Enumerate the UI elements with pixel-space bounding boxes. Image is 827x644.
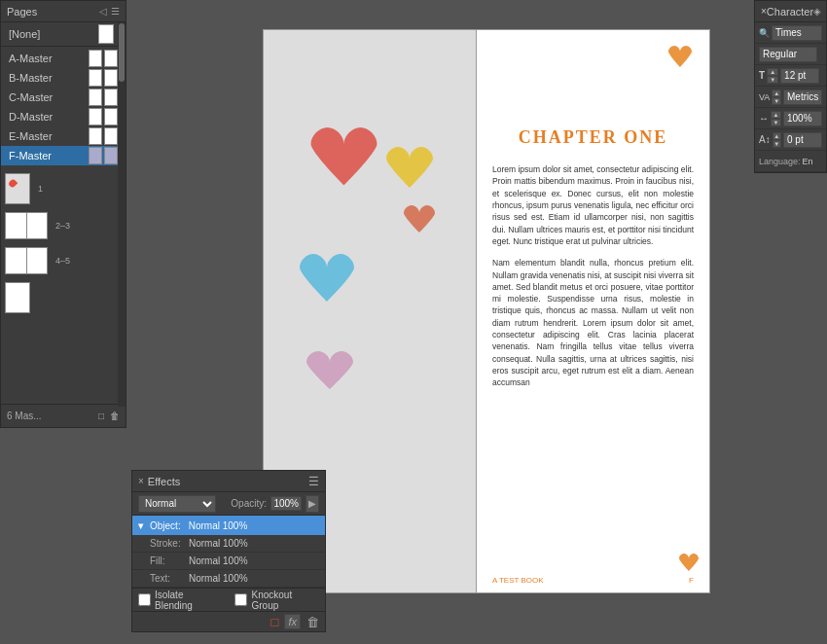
char-font-search[interactable] xyxy=(772,25,822,41)
char-kerning-row: VA ▲ ▼ xyxy=(755,87,826,108)
isolate-blending-label: Isolate Blending xyxy=(155,590,221,611)
thumb-spread-2-3[interactable] xyxy=(5,212,48,239)
pages-panel-header: Pages ◁ ☰ xyxy=(1,1,126,22)
page-thumbnails: 1 2–3 4–5 xyxy=(1,167,126,319)
effects-opacity-input[interactable] xyxy=(270,496,302,511)
char-scale-up[interactable]: ▲ xyxy=(771,111,781,119)
effects-text-row: Text: Normal 100% xyxy=(132,570,325,588)
thumb-page-1[interactable] xyxy=(5,173,30,204)
thumb-row-2-3: 2–3 xyxy=(5,212,122,239)
pages-panel-title: Pages xyxy=(7,6,37,18)
pages-delete-icon[interactable]: 🗑 xyxy=(110,411,120,421)
pages-panel-menu-icon[interactable]: ☰ xyxy=(111,6,120,17)
char-size-spinner[interactable]: ▲ ▼ xyxy=(767,68,778,84)
pages-new-page-icon[interactable]: □ xyxy=(98,411,104,421)
char-style-row xyxy=(755,44,826,65)
page-footer: A TEST BOOK F xyxy=(492,576,694,585)
pages-scrollbar[interactable] xyxy=(118,22,126,407)
character-panel: × Character ◈ 🔍 T ▲ ▼ VA ▲ ▼ ↔ ▲ ▼ xyxy=(754,0,827,173)
pages-panel-icons: ◁ ☰ xyxy=(99,6,120,17)
page-right: CHAPTER ONE Lorem ipsum dolor sit amet, … xyxy=(477,29,710,593)
char-scale-icon: ↔ xyxy=(759,113,769,124)
isolate-blending-checkbox[interactable] xyxy=(138,593,151,606)
pages-separator xyxy=(1,46,126,47)
char-baseline-spinner[interactable]: ▲ ▼ xyxy=(773,132,781,148)
char-language-row: Language: En xyxy=(755,151,826,172)
thumb-label-4-5: 4–5 xyxy=(55,256,70,266)
thumb-page-6[interactable] xyxy=(5,282,30,313)
body-text-2: Nam elementum blandit nulla, rhoncus pre… xyxy=(492,257,694,388)
effects-close-icon[interactable]: × xyxy=(138,476,144,486)
page-item-b-master[interactable]: B-Master xyxy=(1,68,126,88)
char-search-icon: 🔍 xyxy=(759,28,770,38)
char-font-style[interactable] xyxy=(759,47,817,62)
char-scale-down[interactable]: ▼ xyxy=(771,119,781,126)
char-size-row: T ▲ ▼ xyxy=(755,65,826,87)
effects-trash-icon[interactable]: 🗑 xyxy=(306,615,319,629)
pages-scroll-thumb[interactable] xyxy=(119,23,125,82)
char-baseline-row: A↕ ▲ ▼ xyxy=(755,129,826,151)
page-item-c-master[interactable]: C-Master xyxy=(1,88,126,107)
effects-fx-icon[interactable]: fx xyxy=(284,614,301,629)
page-item-a-master[interactable]: A-Master xyxy=(1,49,126,68)
page-spread: CHAPTER ONE Lorem ipsum dolor sit amet, … xyxy=(263,29,710,603)
char-baseline-icon: A↕ xyxy=(759,134,771,145)
char-baseline-down[interactable]: ▼ xyxy=(773,140,781,148)
effects-text-label: Text: xyxy=(150,573,185,584)
effects-object-expand-icon: ▾ xyxy=(138,520,146,531)
deco-heart xyxy=(666,46,694,71)
char-panel-title: Character xyxy=(767,6,813,18)
effects-title: × Effects xyxy=(138,476,180,487)
effects-menu-icon[interactable]: ☰ xyxy=(308,475,319,488)
effects-blend-select[interactable]: Normal xyxy=(138,495,216,513)
effects-opacity-expand[interactable]: ▶ xyxy=(306,495,319,513)
char-kerning-down[interactable]: ▼ xyxy=(772,97,781,105)
hearts-illustration xyxy=(273,69,477,458)
thumb-label-1: 1 xyxy=(38,184,43,194)
effects-delete-icon[interactable]: □ xyxy=(271,615,279,629)
effects-object-label: Object: xyxy=(150,520,181,531)
effects-panel-header: × Effects ☰ xyxy=(132,471,325,492)
effects-fill-value: Normal 100% xyxy=(189,555,248,566)
pages-panel-collapse-icon[interactable]: ◁ xyxy=(99,6,107,17)
page-item-f-master[interactable]: F-Master xyxy=(1,146,126,165)
thumb-row-6 xyxy=(5,282,122,313)
footer-right: F xyxy=(689,576,694,585)
char-size-up[interactable]: ▲ xyxy=(767,68,778,76)
effects-object-value: Normal 100% xyxy=(189,520,248,531)
char-language-label: Language: xyxy=(759,157,801,166)
char-baseline-input[interactable] xyxy=(783,132,822,148)
effects-fill-label: Fill: xyxy=(150,555,185,566)
char-kerning-spinner[interactable]: ▲ ▼ xyxy=(772,89,781,105)
effects-stroke-label: Stroke: xyxy=(150,538,185,549)
char-size-down[interactable]: ▼ xyxy=(767,76,778,84)
footer-heart xyxy=(678,554,700,573)
char-size-icon: T xyxy=(759,70,765,81)
pages-footer: 6 Mas... □ 🗑 xyxy=(1,404,126,427)
effects-text-value: Normal 100% xyxy=(189,573,248,584)
thumb-row-1: 1 xyxy=(5,173,122,204)
footer-left: A TEST BOOK xyxy=(492,576,544,585)
knockout-group-checkbox[interactable] xyxy=(234,593,247,606)
char-size-input[interactable] xyxy=(780,68,819,84)
effects-bottom-icons: □ fx 🗑 xyxy=(132,611,325,631)
chapter-header: CHAPTER ONE xyxy=(492,89,694,148)
char-kerning-up[interactable]: ▲ xyxy=(772,89,781,97)
page-item-e-master[interactable]: E-Master xyxy=(1,126,126,146)
page-item-d-master[interactable]: D-Master xyxy=(1,107,126,126)
effects-stroke-value: Normal 100% xyxy=(189,538,248,549)
thumb-spread-4-5[interactable] xyxy=(5,247,48,274)
char-scale-input[interactable] xyxy=(783,111,822,126)
body-text-1: Lorem ipsum dolor sit amet, consectetur … xyxy=(492,163,694,247)
effects-panel: × Effects ☰ Normal Opacity: ▶ ▾ Object: … xyxy=(131,470,326,632)
thumb-row-4-5: 4–5 xyxy=(5,247,122,274)
char-language-value: En xyxy=(803,157,813,166)
char-kerning-input[interactable] xyxy=(783,89,822,105)
char-scale-spinner[interactable]: ▲ ▼ xyxy=(771,111,781,126)
pages-list: [None] A-Master B-Master C-Master xyxy=(1,22,126,167)
char-baseline-up[interactable]: ▲ xyxy=(773,132,781,140)
char-scale-row: ↔ ▲ ▼ xyxy=(755,108,826,129)
char-panel-header: × Character ◈ xyxy=(755,1,826,22)
effects-object-row[interactable]: ▾ Object: Normal 100% xyxy=(132,516,325,535)
page-item-none[interactable]: [None] xyxy=(1,24,126,44)
